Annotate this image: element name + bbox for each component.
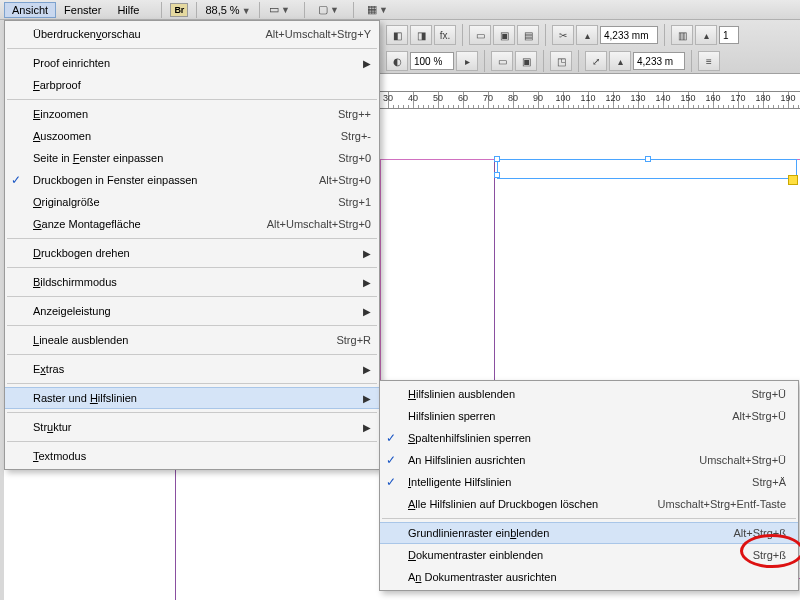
view-options-icon[interactable]: ▢▼ <box>319 2 339 18</box>
menu-shortcut: Umschalt+Strg+Entf-Taste <box>658 498 786 510</box>
menu-item[interactable]: ✓Intelligente HilfslinienStrg+Ä <box>380 471 798 493</box>
wrap-around-icon[interactable]: ▣ <box>493 25 515 45</box>
submenu-arrow-icon: ▶ <box>363 248 371 259</box>
view-menu-dropdown: ÜberdruckenvorschauAlt+Umschalt+Strg+YPr… <box>4 20 380 470</box>
menu-item[interactable]: EinzoomenStrg++ <box>5 103 379 125</box>
menu-item[interactable]: Hilfslinien ausblendenStrg+Ü <box>380 383 798 405</box>
menu-shortcut: Strg+Ä <box>752 476 786 488</box>
menu-item-label: Ganze Montagefläche <box>33 218 255 230</box>
check-icon: ✓ <box>386 453 396 467</box>
menu-item-label: Hilfslinien sperren <box>408 410 720 422</box>
submenu-arrow-icon: ▶ <box>363 277 371 288</box>
menu-shortcut: Alt+Umschalt+Strg+Y <box>266 28 371 40</box>
menu-item[interactable]: Raster und Hilfslinien▶ <box>5 387 379 409</box>
menu-item-label: Lineale ausblenden <box>33 334 324 346</box>
char-formatting-button[interactable]: ◧ <box>386 25 408 45</box>
menu-item[interactable]: Proof einrichten▶ <box>5 52 379 74</box>
menu-item[interactable]: Lineale ausblendenStrg+R <box>5 329 379 351</box>
menu-item[interactable]: AuszoomenStrg+- <box>5 125 379 147</box>
frame-handle[interactable] <box>494 156 500 162</box>
menu-item-label: Alle Hilfslinien auf Druckbogen löschen <box>408 498 646 510</box>
menu-shortcut: Alt+Umschalt+Strg+0 <box>267 218 371 230</box>
menu-item[interactable]: OriginalgrößeStrg+1 <box>5 191 379 213</box>
menu-item-label: Intelligente Hilfslinien <box>408 476 740 488</box>
bridge-button[interactable]: Br <box>170 3 188 17</box>
menu-item[interactable]: ✓Druckbogen in Fenster einpassenAlt+Strg… <box>5 169 379 191</box>
menu-item-label: Druckbogen drehen <box>33 247 363 259</box>
menu-item[interactable]: Hilfslinien sperrenAlt+Strg+Ü <box>380 405 798 427</box>
corner-icon[interactable]: ◳ <box>550 51 572 71</box>
submenu-arrow-icon: ▶ <box>363 58 371 69</box>
text-frame[interactable] <box>497 159 797 179</box>
menu-item[interactable]: Farbproof <box>5 74 379 96</box>
opacity-icon[interactable]: ◐ <box>386 51 408 71</box>
wrap-skip-icon[interactable]: ▭ <box>491 51 513 71</box>
effects-button[interactable]: fx. <box>434 25 456 45</box>
menu-item[interactable]: An Dokumentraster ausrichten <box>380 566 798 588</box>
menu-shortcut: Strg++ <box>338 108 371 120</box>
wrap-object-icon[interactable]: ▣ <box>515 51 537 71</box>
menu-item[interactable]: Grundlinienraster einblendenAlt+Strg+ß <box>380 522 798 544</box>
menu-item-label: Dokumentraster einblenden <box>408 549 741 561</box>
menu-item-label: Auszoomen <box>33 130 329 142</box>
horizontal-ruler[interactable]: 3040506070809010011012013014015016017018… <box>380 91 800 109</box>
opacity-field[interactable]: 100 % <box>410 52 454 70</box>
menu-shortcut: Strg+Ü <box>751 388 786 400</box>
menu-shortcut: Strg+ß <box>753 549 786 561</box>
frame-handle[interactable] <box>494 172 500 178</box>
wrap-none-icon[interactable]: ▭ <box>469 25 491 45</box>
menu-window[interactable]: Fenster <box>56 2 109 18</box>
frame-handle[interactable] <box>645 156 651 162</box>
menu-item[interactable]: Textmodus <box>5 445 379 467</box>
menu-item-label: Einzoomen <box>33 108 326 120</box>
dropdown-icon[interactable]: ▸ <box>456 51 478 71</box>
step-field[interactable]: 1 <box>719 26 739 44</box>
dimension-field-2[interactable]: 4,233 m <box>633 52 685 70</box>
menu-help[interactable]: Hilfe <box>109 2 147 18</box>
menu-item-label: Originalgröße <box>33 196 326 208</box>
submenu-arrow-icon: ▶ <box>363 364 371 375</box>
menu-item[interactable]: ✓Spaltenhilfslinien sperren <box>380 427 798 449</box>
crop-icon[interactable]: ✂ <box>552 25 574 45</box>
screen-mode-icon[interactable]: ▭▼ <box>270 2 290 18</box>
fit-icon[interactable]: ⤢ <box>585 51 607 71</box>
dimension-field-1[interactable]: 4,233 mm <box>600 26 658 44</box>
menu-item-label: Bildschirmmodus <box>33 276 363 288</box>
menu-view[interactable]: Ansicht <box>4 2 56 18</box>
menu-item[interactable]: Druckbogen drehen▶ <box>5 242 379 264</box>
menu-item-label: Seite in Fenster einpassen <box>33 152 326 164</box>
menu-item-label: Hilfslinien ausblenden <box>408 388 739 400</box>
raster-hilfslinien-submenu: Hilfslinien ausblendenStrg+ÜHilfslinien … <box>379 380 799 591</box>
menu-item[interactable]: Anzeigeleistung▶ <box>5 300 379 322</box>
menu-item[interactable]: ÜberdruckenvorschauAlt+Umschalt+Strg+Y <box>5 23 379 45</box>
menu-item[interactable]: Ganze MontageflächeAlt+Umschalt+Strg+0 <box>5 213 379 235</box>
menu-item[interactable]: Bildschirmmodus▶ <box>5 271 379 293</box>
menu-shortcut: Strg+0 <box>338 152 371 164</box>
stepper-up-icon[interactable]: ▴ <box>576 25 598 45</box>
overset-indicator[interactable] <box>788 175 798 185</box>
menu-item[interactable]: Dokumentraster einblendenStrg+ß <box>380 544 798 566</box>
menubar: Ansicht Fenster Hilfe Br 88,5 %▼ ▭▼ ▢▼ ▦… <box>0 0 800 20</box>
menu-shortcut: Strg+R <box>336 334 371 346</box>
submenu-arrow-icon: ▶ <box>363 306 371 317</box>
wrap-jump-icon[interactable]: ▤ <box>517 25 539 45</box>
menu-item[interactable]: Extras▶ <box>5 358 379 380</box>
stepper-icon-2[interactable]: ▴ <box>609 51 631 71</box>
menu-item-label: An Dokumentraster ausrichten <box>408 571 786 583</box>
para-formatting-button[interactable]: ◨ <box>410 25 432 45</box>
stepper-icon[interactable]: ▴ <box>695 25 717 45</box>
menu-item-label: Druckbogen in Fenster einpassen <box>33 174 307 186</box>
zoom-level[interactable]: 88,5 %▼ <box>199 4 256 16</box>
menu-item[interactable]: Struktur▶ <box>5 416 379 438</box>
align-icon[interactable]: ≡ <box>698 51 720 71</box>
submenu-arrow-icon: ▶ <box>363 393 371 404</box>
arrange-icon[interactable]: ▦▼ <box>368 2 388 18</box>
menu-item[interactable]: ✓An Hilfslinien ausrichtenUmschalt+Strg+… <box>380 449 798 471</box>
menu-item[interactable]: Seite in Fenster einpassenStrg+0 <box>5 147 379 169</box>
menu-shortcut: Alt+Strg+ß <box>733 527 786 539</box>
columns-icon[interactable]: ▥ <box>671 25 693 45</box>
menu-item-label: Farbproof <box>33 79 371 91</box>
menu-item[interactable]: Alle Hilfslinien auf Druckbogen löschenU… <box>380 493 798 515</box>
menu-item-label: Proof einrichten <box>33 57 363 69</box>
chevron-down-icon: ▼ <box>242 6 251 16</box>
